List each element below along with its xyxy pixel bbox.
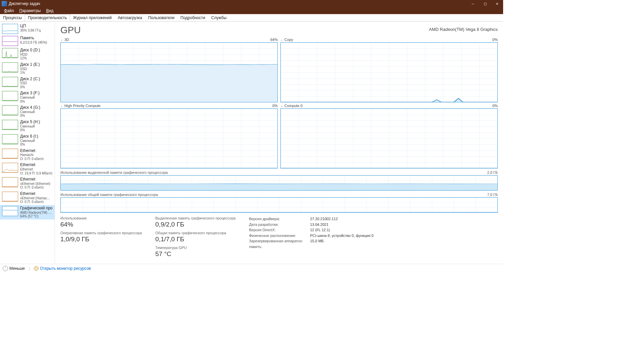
close-button[interactable]: ✕ <box>491 0 503 7</box>
engine-pct: 0% <box>492 38 498 42</box>
sidebar-thumb <box>2 149 18 159</box>
info-value: 13.04.2021 <box>310 222 328 228</box>
sidebar: ЦП 35% 3,66 ГГц Память 6,2/13,9 ГБ (45%)… <box>0 21 55 264</box>
tab-startup[interactable]: Автозагрузка <box>115 14 145 21</box>
sidebar-item-5[interactable]: Диск 3 (F:) Сменный 0% <box>0 90 55 104</box>
resource-monitor-icon <box>34 266 39 271</box>
info-key: Физическое расположение: <box>249 233 306 239</box>
info-value: 27.20.21002.112 <box>310 216 338 222</box>
sidebar-item-8[interactable]: Диск 6 (I:) Сменный 0% <box>0 133 55 148</box>
temp-label: Температура GPU <box>155 246 235 250</box>
engine-name[interactable]: High Priority Compute <box>64 104 101 108</box>
util-label: Использование <box>60 216 142 220</box>
sidebar-item-title: Диск 0 (D:) <box>20 48 40 53</box>
dmem-graph <box>60 175 498 191</box>
app-icon <box>2 1 7 6</box>
temp-value: 57 °C <box>155 250 235 258</box>
gmem-value: 1,0/9,0 ГБ <box>60 236 142 243</box>
tab-services[interactable]: Службы <box>208 14 229 21</box>
tab-app-history[interactable]: Журнал приложений <box>70 14 115 21</box>
chevron-down-icon[interactable]: ⌄ <box>280 38 283 41</box>
info-key: Версия драйвера: <box>249 216 306 222</box>
menu-options[interactable]: Параметры <box>17 8 44 14</box>
engine-chart <box>60 108 278 168</box>
sidebar-item-title: Диск 4 (G:) <box>20 105 40 110</box>
info-value: 15,0 МБ <box>310 238 324 249</box>
window-title: Диспетчер задач <box>9 1 467 6</box>
sidebar-item-4[interactable]: Диск 2 (C:) SSD 0% <box>0 76 55 90</box>
sidebar-item-title: Диск 5 (H:) <box>20 120 40 124</box>
smem-stat-value: 0,1/7,0 ГБ <box>155 236 235 243</box>
sidebar-item-title: Диск 1 (E:) <box>20 62 40 67</box>
engine-graph-2: ⌄ High Priority Compute 0% <box>60 104 278 168</box>
sidebar-item-title: ЦП <box>20 24 41 29</box>
engine-graph-3: ⌄ Compute 0 0% <box>280 104 498 168</box>
info-key: Дата разработки: <box>249 222 306 228</box>
sidebar-item-0[interactable]: ЦП 35% 3,66 ГГц <box>0 23 55 35</box>
sidebar-thumb <box>2 120 18 130</box>
footer: ˄ Меньше | Открыть монитор ресурсов <box>0 264 503 272</box>
sidebar-thumb <box>2 134 18 144</box>
page-title: GPU <box>60 25 81 36</box>
sidebar-item-title: Графический про <box>20 206 53 211</box>
gpu-name: AMD Radeon(TM) Vega 8 Graphics <box>429 27 498 32</box>
gmem-label: Оперативная память графического процессо… <box>60 231 142 235</box>
info-key: Версия DirectX: <box>249 227 306 233</box>
sidebar-thumb <box>2 206 18 216</box>
engine-name[interactable]: Compute 0 <box>284 104 303 108</box>
sidebar-item-11[interactable]: Ethernet vEthernet (Ethernet) О: 0 П: 0 … <box>0 176 55 191</box>
chevron-down-icon[interactable]: ⌄ <box>280 104 283 107</box>
tab-details[interactable]: Подробности <box>177 14 208 21</box>
util-value: 64% <box>60 221 142 228</box>
sidebar-thumb <box>2 192 18 202</box>
tab-performance[interactable]: Производительность <box>25 14 70 21</box>
open-resource-monitor-link[interactable]: Открыть монитор ресурсов <box>34 266 91 271</box>
sidebar-item-2[interactable]: Диск 0 (D:) HDD 12% <box>0 47 55 61</box>
engine-graph-1: ⌄ Copy 0% <box>280 38 498 102</box>
sidebar-item-3[interactable]: Диск 1 (E:) SSD 1% <box>0 61 55 76</box>
sidebar-item-6[interactable]: Диск 4 (G:) Сменный 0% <box>0 104 55 119</box>
tabs: Процессы Производительность Журнал прило… <box>0 14 503 21</box>
chevron-down-icon[interactable]: ⌄ <box>60 104 63 107</box>
chevron-down-icon[interactable]: ⌄ <box>60 38 63 41</box>
menu-view[interactable]: Вид <box>43 8 56 14</box>
main-panel: GPU AMD Radeon(TM) Vega 8 Graphics ⌄ 3D … <box>55 21 503 264</box>
engine-pct: 64% <box>270 38 278 42</box>
info-value: PCI-шина 8, устройство 0, функция 0 <box>310 233 373 239</box>
sidebar-thumb <box>2 24 18 34</box>
sidebar-thumb <box>2 36 18 46</box>
fewer-details-button[interactable]: ˄ Меньше <box>3 266 25 271</box>
menubar: Файл Параметры Вид <box>0 7 503 14</box>
sidebar-item-9[interactable]: Ethernet Hamachi О: 0 П: 0 кбит/с <box>0 148 55 162</box>
minimize-button[interactable]: ─ <box>467 0 479 7</box>
sidebar-item-13[interactable]: Графический про AMD Radeon(TM) Vega 64% … <box>0 205 55 219</box>
sidebar-thumb <box>2 48 18 58</box>
sidebar-thumb <box>2 62 18 72</box>
engine-graph-0: ⌄ 3D 64% <box>60 38 278 102</box>
sidebar-thumb <box>2 177 18 187</box>
smem-graph <box>60 197 498 213</box>
sidebar-item-title: Диск 3 (F:) <box>20 91 40 96</box>
smem-max: 7,0 ГБ <box>487 193 498 197</box>
sidebar-item-7[interactable]: Диск 5 (H:) Сменный 0% <box>0 119 55 133</box>
sidebar-thumb <box>2 77 18 87</box>
tab-users[interactable]: Пользователи <box>145 14 177 21</box>
engine-chart <box>280 108 498 168</box>
sidebar-item-12[interactable]: Ethernet vEthernet (Hamac... О: 0 П: 0 к… <box>0 191 55 205</box>
sidebar-thumb <box>2 91 18 101</box>
sidebar-item-1[interactable]: Память 6,2/13,9 ГБ (45%) <box>0 35 55 47</box>
tab-processes[interactable]: Процессы <box>0 14 25 21</box>
engine-name[interactable]: Copy <box>284 38 293 42</box>
sidebar-item-10[interactable]: Ethernet Ethernet О: 19,9 П: 0,9 Мбит/с <box>0 162 55 176</box>
sidebar-item-title: Память <box>20 36 47 41</box>
dmem-max: 2,0 ГБ <box>487 170 498 174</box>
info-key: Зарезервированная аппаратно память: <box>249 238 306 249</box>
dmem-label: Использование выделенной памяти графичес… <box>60 170 168 174</box>
gpu-info-table: Версия драйвера:27.20.21002.112Дата разр… <box>249 216 373 258</box>
engine-name[interactable]: 3D <box>64 38 69 42</box>
engine-chart <box>280 42 498 102</box>
menu-file[interactable]: Файл <box>1 8 17 14</box>
maximize-button[interactable]: ▢ <box>479 0 491 7</box>
sidebar-item-title: Ethernet <box>20 149 44 153</box>
sidebar-item-title: Ethernet <box>20 192 50 196</box>
